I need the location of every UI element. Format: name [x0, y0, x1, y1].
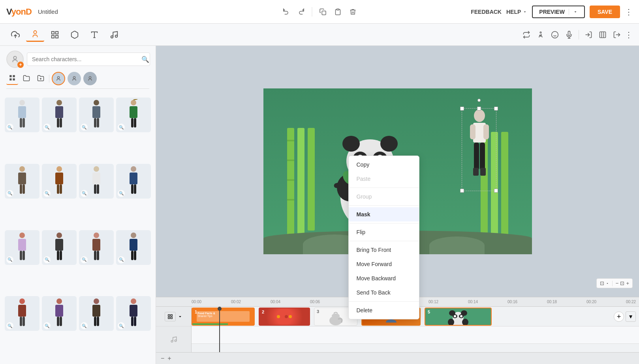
character-item[interactable]: 🔍 [79, 164, 114, 199]
character-item[interactable]: 🔍 [42, 164, 77, 199]
character-item[interactable]: 🔍 [116, 296, 151, 331]
character-item[interactable]: 🔍 [5, 164, 39, 199]
canvas-controls: ⊡ − ⊡ + [596, 278, 633, 288]
char-zoom-icon[interactable]: 🔍 [43, 256, 51, 263]
ctx-move-forward[interactable]: Move Forward [349, 257, 419, 271]
toolbar-character[interactable] [26, 27, 44, 42]
character-item[interactable]: 🔍 [79, 98, 114, 132]
expand-button[interactable]: ▾ [626, 311, 636, 322]
character-item[interactable]: 🔍 [5, 98, 39, 132]
char-zoom-icon[interactable]: 🔍 [6, 124, 13, 131]
character-item[interactable]: 🔍 [5, 296, 39, 331]
undo-button[interactable] [280, 6, 292, 18]
search-input[interactable] [27, 53, 150, 66]
rotate-handle[interactable] [477, 99, 481, 102]
char-zoom-icon[interactable]: 🔍 [43, 124, 51, 131]
character-avatar[interactable]: + [6, 51, 24, 68]
document-title[interactable]: Untitled [38, 8, 58, 15]
toolbar-text[interactable] [85, 28, 103, 41]
character-item[interactable]: 🔍 [116, 230, 151, 265]
character-item[interactable]: 🔍 [116, 98, 151, 132]
feedback-button[interactable]: FEEDBACK [471, 9, 502, 15]
selected-character[interactable] [462, 108, 496, 191]
svg-rect-74 [94, 233, 99, 238]
char-zoom-icon[interactable]: 🔍 [6, 256, 13, 263]
svg-rect-44 [97, 118, 99, 128]
slide-thumb-1[interactable]: 1 Food Facts & Shared Tips [192, 308, 255, 326]
svg-point-132 [171, 340, 173, 342]
toolbar-props[interactable] [46, 28, 64, 41]
canvas[interactable]: Copy Paste Group Mask Flip Bring To Fron… [263, 88, 532, 254]
toolbar-music[interactable] [105, 28, 123, 41]
slide-thumb-5[interactable]: 5 [425, 308, 492, 326]
svg-rect-47 [131, 118, 133, 128]
character-item[interactable]: 🔍 [42, 296, 77, 331]
ctx-send-to-back[interactable]: Send To Back [349, 285, 419, 300]
character-item[interactable]: 🔍 [79, 230, 114, 265]
style-button-2[interactable] [68, 72, 81, 85]
more-options-button[interactable]: ⋮ [625, 7, 633, 17]
slide-thumb-2[interactable]: 2 [259, 308, 310, 326]
zoom-in-button[interactable]: + [626, 280, 629, 286]
character-item[interactable]: 🔍 [42, 98, 77, 132]
svg-rect-131 [171, 317, 172, 319]
filter-grid-all[interactable] [6, 73, 18, 85]
ctx-sep-3 [349, 223, 419, 223]
layer-toggle[interactable] [165, 312, 176, 321]
character-item[interactable]: 🔍 [79, 296, 114, 331]
char-zoom-icon[interactable]: 🔍 [118, 256, 125, 263]
filter-folder[interactable] [21, 73, 32, 84]
redo-button[interactable] [295, 6, 307, 18]
toolbar-exit[interactable] [611, 28, 623, 41]
play-plus-button[interactable]: + [167, 355, 171, 362]
toolbar-face[interactable] [549, 28, 561, 41]
character-item[interactable]: 🔍 [116, 164, 151, 199]
style-button-1[interactable] [52, 72, 65, 85]
ctx-delete[interactable]: Delete [349, 303, 419, 317]
fit-button[interactable]: ⊡ [620, 280, 624, 286]
svg-point-13 [552, 31, 558, 38]
character-item[interactable]: 🔍 [5, 230, 39, 265]
svg-rect-68 [20, 251, 22, 260]
music-track-ctrl[interactable] [156, 326, 191, 352]
toolbar-upload[interactable] [6, 28, 24, 41]
filter-folder-open[interactable] [35, 73, 47, 84]
add-character-plus[interactable]: + [17, 62, 24, 68]
char-zoom-icon[interactable]: 🔍 [6, 190, 13, 197]
ctx-group: Group [349, 190, 419, 204]
char-zoom-icon[interactable]: 🔍 [81, 190, 88, 197]
toolbar-charts[interactable] [66, 28, 84, 41]
play-minus-button[interactable]: − [161, 355, 164, 362]
char-zoom-icon[interactable]: 🔍 [118, 124, 125, 131]
ctx-mask[interactable]: Mask [349, 207, 419, 221]
playhead[interactable] [219, 307, 220, 352]
ctx-bring-to-front[interactable]: Bring To Front [349, 243, 419, 257]
toolbar-animate[interactable] [520, 28, 533, 41]
zoom-out-button[interactable]: − [616, 280, 619, 286]
char-zoom-icon[interactable]: 🔍 [118, 190, 125, 197]
preview-button[interactable]: PREVIEW [532, 6, 585, 18]
paste-button[interactable] [332, 6, 344, 18]
ctx-copy[interactable]: Copy [349, 158, 419, 172]
svg-rect-123 [483, 124, 489, 139]
ctx-move-backward[interactable]: Move Backward [349, 271, 419, 285]
toolbar-panels[interactable] [596, 28, 609, 41]
style-button-3[interactable] [83, 72, 97, 85]
ctx-flip[interactable]: Flip [349, 225, 419, 239]
ctx-paste: Paste [349, 172, 419, 186]
toolbar-walk[interactable] [534, 28, 547, 41]
delete-button[interactable] [347, 6, 359, 18]
toolbar-enter[interactable] [582, 28, 595, 41]
help-button[interactable]: HELP [506, 9, 527, 15]
save-button[interactable]: SAVE [590, 6, 620, 18]
character-item[interactable]: 🔍 [42, 230, 77, 265]
add-slide-button[interactable]: + [614, 311, 624, 322]
copy-button[interactable] [317, 6, 329, 18]
char-zoom-icon[interactable]: 🔍 [81, 124, 88, 131]
char-zoom-icon[interactable]: 🔍 [81, 256, 88, 263]
svg-point-103 [342, 136, 360, 152]
toolbar-more[interactable]: ⋮ [625, 30, 633, 39]
toolbar-mic[interactable] [563, 28, 575, 41]
char-zoom-icon[interactable]: 🔍 [43, 190, 51, 197]
screen-mode-button[interactable]: ⊡ [600, 280, 604, 286]
